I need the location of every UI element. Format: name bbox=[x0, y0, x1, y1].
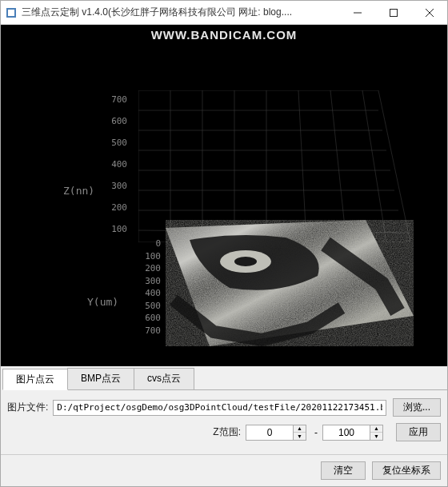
tab-image-cloud[interactable]: 图片点云 bbox=[2, 369, 68, 390]
maximize-button[interactable] bbox=[375, 1, 411, 24]
z-max-up-icon[interactable]: ▲ bbox=[370, 425, 382, 433]
z-max-input[interactable] bbox=[322, 425, 370, 441]
watermark-text: WWW.BANDICAM.COM bbox=[151, 28, 298, 42]
minimize-button[interactable] bbox=[339, 1, 375, 24]
z-min-up-icon[interactable]: ▲ bbox=[294, 425, 306, 433]
tab-cvs-cloud[interactable]: cvs点云 bbox=[134, 368, 194, 389]
y-tick: 600 bbox=[138, 313, 161, 323]
z-max-spinner: ▲ ▼ bbox=[370, 425, 383, 441]
range-separator: - bbox=[314, 427, 318, 438]
z-max-down-icon[interactable]: ▼ bbox=[370, 433, 382, 440]
z-tick: 700 bbox=[105, 94, 127, 105]
tab-panel: 图片文件: 浏览... Z范围: ▲ ▼ - ▲ ▼ 应用 bbox=[1, 390, 447, 454]
y-tick: 0 bbox=[138, 238, 161, 249]
point-cloud-surface bbox=[166, 220, 414, 346]
z-tick: 300 bbox=[105, 181, 127, 191]
y-tick: 200 bbox=[138, 263, 161, 273]
z-tick: 400 bbox=[105, 159, 127, 170]
reset-coords-button[interactable]: 复位坐标系 bbox=[372, 461, 441, 480]
z-tick: 100 bbox=[105, 224, 127, 234]
y-tick: 500 bbox=[138, 301, 161, 311]
z-axis-label: Z(nn) bbox=[63, 185, 94, 197]
3d-viewport[interactable]: WWW.BANDICAM.COM Z(nn) Y(um) 7 bbox=[1, 25, 447, 366]
z-min-input[interactable] bbox=[246, 425, 294, 441]
tab-bmp-cloud[interactable]: BMP点云 bbox=[67, 368, 134, 389]
file-row: 图片文件: 浏览... bbox=[7, 398, 441, 417]
svg-rect-2 bbox=[390, 9, 397, 16]
y-axis-ticks: 0 100 200 300 400 500 600 700 bbox=[138, 238, 161, 337]
footer: 清空 复位坐标系 bbox=[1, 454, 447, 486]
browse-button[interactable]: 浏览... bbox=[393, 398, 441, 417]
close-button[interactable] bbox=[411, 1, 447, 24]
y-tick: 400 bbox=[138, 288, 161, 298]
y-tick: 100 bbox=[138, 251, 161, 261]
apply-button[interactable]: 应用 bbox=[396, 423, 441, 441]
z-range-row: Z范围: ▲ ▼ - ▲ ▼ 应用 bbox=[7, 423, 441, 441]
window-title: 三维点云定制 v1.4.0(长沙红胖子网络科技有限公司 网址: blog.... bbox=[22, 6, 339, 19]
y-tick: 300 bbox=[138, 276, 161, 286]
tabs-section: 图片点云 BMP点云 cvs点云 图片文件: 浏览... Z范围: ▲ ▼ - bbox=[1, 366, 447, 454]
file-path-input[interactable] bbox=[53, 400, 386, 416]
z-tick: 600 bbox=[105, 116, 127, 126]
svg-point-25 bbox=[234, 257, 257, 266]
z-min-spinner: ▲ ▼ bbox=[294, 425, 306, 441]
z-axis-ticks: 700 600 500 400 300 200 100 bbox=[105, 94, 127, 245]
tabs: 图片点云 BMP点云 cvs点云 bbox=[2, 366, 447, 390]
svg-rect-0 bbox=[7, 9, 15, 17]
z-range-label: Z范围: bbox=[213, 425, 241, 439]
file-label: 图片文件: bbox=[7, 401, 48, 414]
z-tick: 200 bbox=[105, 202, 127, 213]
z-min-down-icon[interactable]: ▼ bbox=[294, 433, 306, 440]
app-icon bbox=[6, 7, 17, 18]
app-window: 三维点云定制 v1.4.0(长沙红胖子网络科技有限公司 网址: blog....… bbox=[0, 0, 448, 487]
titlebar: 三维点云定制 v1.4.0(长沙红胖子网络科技有限公司 网址: blog.... bbox=[1, 1, 447, 25]
window-controls bbox=[339, 1, 447, 24]
z-tick: 500 bbox=[105, 138, 127, 148]
y-tick: 700 bbox=[138, 325, 161, 336]
y-axis-label: Y(um) bbox=[87, 296, 118, 308]
clear-button[interactable]: 清空 bbox=[321, 461, 366, 480]
